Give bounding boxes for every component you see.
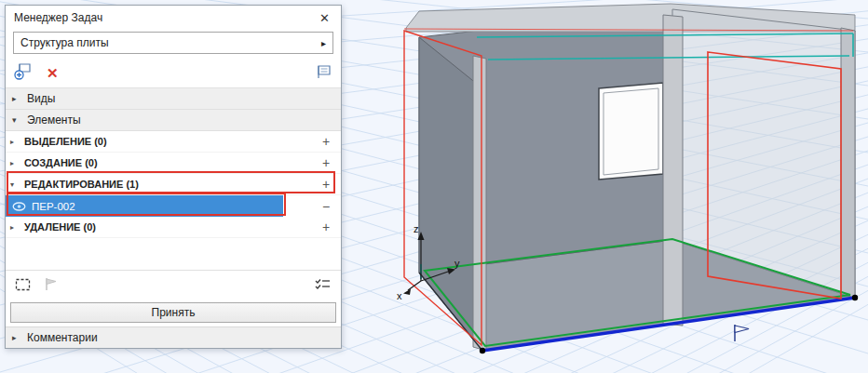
- chevron-right-icon: ▸: [12, 333, 20, 342]
- section-comments[interactable]: ▸ Комментарии: [6, 326, 341, 348]
- left-front-post: [473, 56, 486, 351]
- add-plus-button[interactable]: +: [319, 220, 332, 234]
- list-settings-button[interactable]: [314, 277, 332, 295]
- marquee-icon: [15, 278, 31, 291]
- add-plus-button[interactable]: +: [319, 134, 332, 149]
- chevron-down-icon: ▾: [10, 180, 20, 189]
- add-plus-button[interactable]: +: [319, 155, 332, 170]
- task-settings-button[interactable]: [314, 63, 332, 83]
- section-label: Виды: [27, 92, 55, 105]
- list-empty-area: [6, 238, 341, 270]
- delete-task-button[interactable]: ✕: [47, 66, 59, 80]
- task-list: ▸ Виды ▾ Элементы ▸ ВЫДЕЛЕНИЕ (0) + ▸ СО…: [6, 87, 341, 270]
- group-row-editing[interactable]: ▾ РЕДАКТИРОВАНИЕ (1) +: [6, 174, 341, 195]
- panel-titlebar: Менеджер Задач ✕: [6, 6, 341, 30]
- group-label: СОЗДАНИЕ (0): [24, 157, 316, 168]
- axis-label-z: z: [414, 223, 419, 234]
- chevron-right-icon: ▸: [321, 38, 326, 48]
- task-row-selected[interactable]: ПЕР-002: [6, 195, 283, 217]
- panel-title: Менеджер Задач: [14, 11, 317, 24]
- window-opening[interactable]: [599, 83, 663, 180]
- group-label: РЕДАКТИРОВАНИЕ (1): [24, 179, 316, 190]
- dropdown-value: Структура плиты: [20, 36, 321, 49]
- group-label: УДАЛЕНИЕ (0): [24, 221, 316, 233]
- chevron-right-icon: ▸: [10, 223, 20, 232]
- task-manager-panel: Менеджер Задач ✕ Структура плиты ▸ ✕: [5, 5, 342, 349]
- group-row-creation[interactable]: ▸ СОЗДАНИЕ (0) +: [6, 153, 341, 174]
- section-elements[interactable]: ▾ Элементы: [6, 110, 341, 131]
- task-type-icon: [12, 201, 26, 212]
- marquee-button[interactable]: [15, 278, 31, 294]
- accept-button[interactable]: Принять: [10, 302, 336, 323]
- task-structure-dropdown[interactable]: Структура плиты ▸: [13, 32, 333, 54]
- accept-button-area: Принять: [6, 300, 341, 326]
- task-label: ПЕР-002: [32, 201, 75, 212]
- group-row-selection[interactable]: ▸ ВЫДЕЛЕНИЕ (0) +: [6, 131, 341, 153]
- add-plus-button[interactable]: +: [319, 177, 332, 192]
- chevron-right-icon: ▸: [12, 94, 20, 103]
- close-icon[interactable]: ✕: [317, 11, 332, 25]
- section-label: Комментарии: [27, 331, 98, 344]
- vertex-dot[interactable]: [852, 295, 858, 300]
- chevron-down-icon: ▾: [12, 115, 20, 125]
- checklist-icon: [314, 277, 332, 292]
- vertex-dot[interactable]: [480, 348, 485, 353]
- add-task-icon: [14, 62, 33, 80]
- task-settings-icon: [314, 63, 332, 80]
- right-front-post: [841, 28, 855, 298]
- group-label: ВЫДЕЛЕНИЕ (0): [24, 136, 316, 147]
- task-row[interactable]: ПЕР-002 −: [6, 195, 341, 217]
- section-label: Элементы: [27, 113, 81, 127]
- group-row-deletion[interactable]: ▸ УДАЛЕНИЕ (0) +: [6, 217, 341, 238]
- panel-bottom-toolbar: [6, 270, 341, 300]
- pickup-flag-icon: [43, 277, 60, 291]
- panel-toolbar: ✕: [6, 58, 341, 87]
- axis-label-y: y: [454, 258, 460, 269]
- chevron-right-icon: ▸: [10, 159, 20, 167]
- remove-minus-button[interactable]: −: [319, 199, 332, 214]
- model-room[interactable]: [404, 4, 858, 353]
- pickup-button[interactable]: [43, 277, 60, 294]
- add-task-button[interactable]: [14, 62, 33, 83]
- chevron-right-icon: ▸: [10, 138, 20, 146]
- partition-post: [663, 15, 683, 326]
- axis-label-x: x: [397, 290, 402, 301]
- section-views[interactable]: ▸ Виды: [6, 88, 341, 110]
